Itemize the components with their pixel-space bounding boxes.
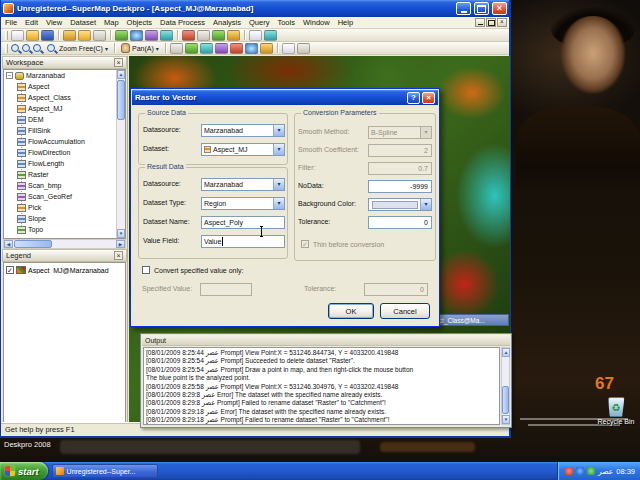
tree-item[interactable]: Aspect_Class — [4, 92, 125, 103]
menu-analysis[interactable]: Analysis — [209, 18, 245, 27]
toolbar-icon[interactable] — [93, 30, 106, 41]
legend-checkbox[interactable]: ✓ — [6, 266, 14, 274]
tree-scrollbar[interactable]: ▲ ▼ — [116, 70, 125, 238]
recycle-bin[interactable]: ♻ Recycle Bin — [597, 397, 635, 425]
scroll-down-icon[interactable]: ▼ — [502, 415, 510, 424]
tree-item[interactable]: Aspect_MJ — [4, 103, 125, 114]
mdi-close-button[interactable]: × — [497, 18, 507, 27]
title-bar[interactable]: Unregistered--SuperMap Deskpro - [Aspect… — [1, 0, 509, 17]
chevron-down-icon[interactable]: ▾ — [105, 45, 108, 52]
toolbar-icon[interactable] — [160, 30, 173, 41]
scroll-down-icon[interactable]: ▼ — [117, 229, 125, 238]
output-scrollbar[interactable]: ▲ ▼ — [501, 347, 510, 425]
chevron-down-icon[interactable]: ▾ — [420, 199, 431, 210]
tree-item[interactable]: Pick — [4, 202, 125, 213]
toolbar-icon[interactable] — [200, 43, 213, 54]
close-button[interactable]: × — [492, 2, 507, 15]
new-icon[interactable] — [11, 30, 24, 41]
tree-horizontal-scrollbar[interactable]: ◀ ▶ — [3, 239, 126, 249]
menu-help[interactable]: Help — [334, 18, 357, 27]
toolbar-icon[interactable] — [297, 43, 310, 54]
chevron-down-icon[interactable]: ▾ — [273, 198, 284, 209]
result-datasource-select[interactable]: Marzanabad ▾ — [201, 178, 285, 191]
tree-item[interactable]: Aspect — [4, 81, 125, 92]
menu-data-process[interactable]: Data Process — [156, 18, 209, 27]
menu-objects[interactable]: Objects — [123, 18, 156, 27]
output-window-caption[interactable]: Output — [142, 335, 510, 346]
toolbar-icon[interactable] — [212, 30, 225, 41]
dataset-type-select[interactable]: Region ▾ — [201, 197, 285, 210]
scroll-up-icon[interactable]: ▲ — [502, 348, 510, 357]
mdi-restore-button[interactable] — [486, 18, 496, 27]
scroll-left-icon[interactable]: ◀ — [4, 240, 13, 248]
menu-view[interactable]: View — [42, 18, 66, 27]
scrollbar-thumb[interactable] — [117, 80, 125, 120]
scroll-right-icon[interactable]: ▶ — [116, 240, 125, 248]
toolbar-icon[interactable] — [260, 43, 273, 54]
help-icon[interactable]: ? — [407, 92, 420, 104]
chevron-down-icon[interactable]: ▾ — [273, 125, 284, 136]
taskbar-task-button[interactable]: Unregistered--Super... — [52, 464, 158, 478]
toolbar-icon[interactable] — [197, 30, 210, 41]
close-icon[interactable]: × — [114, 58, 123, 67]
close-icon[interactable]: × — [422, 92, 435, 104]
new-map-icon[interactable] — [115, 30, 128, 41]
toolbar-icon[interactable] — [215, 43, 228, 54]
toolbar-icon[interactable] — [170, 43, 183, 54]
menu-dataset[interactable]: Dataset — [66, 18, 100, 27]
save-icon[interactable] — [41, 30, 54, 41]
collapse-icon[interactable]: − — [6, 72, 13, 79]
zoom-free-button[interactable]: Zoom Free(C) ▾ — [43, 42, 111, 54]
scroll-up-icon[interactable]: ▲ — [117, 70, 125, 79]
toolbar-icon[interactable] — [230, 43, 243, 54]
cancel-button[interactable]: Cancel — [380, 303, 430, 319]
toolbar-icon[interactable] — [185, 43, 198, 54]
tree-item[interactable]: FillSink — [4, 125, 125, 136]
start-button[interactable]: start — [0, 462, 48, 480]
open-datasource-icon[interactable] — [78, 30, 91, 41]
legend-item[interactable]: ✓ Aspect_MJ@Marzanabad — [4, 263, 125, 275]
toolbar-grip[interactable] — [5, 31, 8, 40]
value-field-input[interactable]: Value — [201, 235, 285, 248]
chevron-down-icon[interactable]: ▾ — [273, 179, 284, 190]
tree-item[interactable]: Slope — [4, 213, 125, 224]
layout-icon[interactable] — [145, 30, 158, 41]
toolbar-icon[interactable] — [264, 30, 277, 41]
tree-item[interactable]: Topo — [4, 224, 125, 235]
menu-file[interactable]: File — [1, 18, 21, 27]
tree-item-root[interactable]: − Marzanabad — [4, 70, 125, 81]
minimize-button[interactable] — [456, 2, 471, 15]
tray-icon[interactable] — [587, 467, 595, 475]
zoom-in-icon[interactable] — [10, 43, 21, 54]
dataset-name-input[interactable]: Aspect_Poly — [201, 216, 285, 229]
tolerance-input[interactable]: 0 — [368, 216, 432, 229]
convert-specified-checkbox[interactable] — [142, 266, 150, 274]
output-log[interactable]: [08/01/2009 8:25:44 عصر Prompt] View Poi… — [143, 347, 500, 425]
toolbar-grip[interactable] — [5, 44, 8, 53]
menu-map[interactable]: Map — [100, 18, 123, 27]
datasource-icon[interactable] — [63, 30, 76, 41]
scrollbar-thumb[interactable] — [502, 386, 509, 414]
menu-query[interactable]: Query — [245, 18, 273, 27]
mdi-minimize-button[interactable] — [475, 18, 485, 27]
tree-item[interactable]: FlowDirection — [4, 147, 125, 158]
tray-icon[interactable] — [565, 467, 573, 475]
chevron-down-icon[interactable]: ▾ — [273, 144, 284, 155]
source-dataset-select[interactable]: Aspect_MJ ▾ — [201, 143, 285, 156]
toolbar-icon[interactable] — [282, 43, 295, 54]
close-icon[interactable]: × — [114, 251, 123, 260]
menu-tools[interactable]: Tools — [273, 18, 299, 27]
toolbar-icon[interactable] — [249, 30, 262, 41]
scrollbar-thumb[interactable] — [14, 240, 52, 248]
recycle-bin-icon[interactable]: ♻ — [608, 397, 625, 417]
scene-icon[interactable] — [130, 30, 143, 41]
background-color-select[interactable]: ▾ — [368, 198, 432, 211]
zoom-out-icon[interactable] — [21, 43, 32, 54]
maximize-button[interactable] — [474, 2, 489, 15]
zoom-icon[interactable] — [32, 43, 43, 54]
menu-window[interactable]: Window — [299, 18, 334, 27]
tree-item[interactable]: Scan_GeoRef — [4, 191, 125, 202]
dialog-title-bar[interactable]: Raster to Vector ? × — [132, 90, 438, 105]
tree-item[interactable]: FlowLength — [4, 158, 125, 169]
toolbar-icon[interactable] — [245, 43, 258, 54]
